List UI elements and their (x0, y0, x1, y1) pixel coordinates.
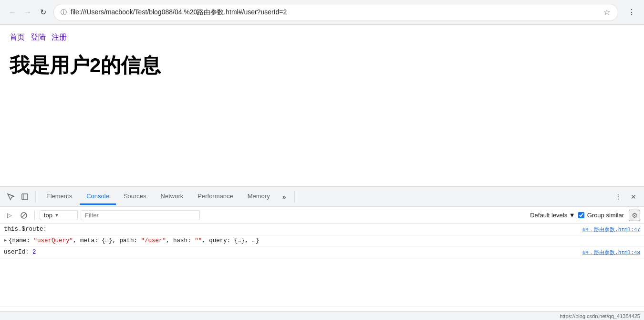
refresh-button[interactable]: ↻ (36, 6, 50, 19)
tab-performance[interactable]: Performance (191, 189, 239, 205)
browser-menu-button[interactable]: ⋮ (625, 6, 638, 19)
execute-icon[interactable]: ▷ (4, 210, 15, 221)
devtools-more-button[interactable]: ⋮ (612, 190, 625, 203)
forward-button[interactable]: → (21, 6, 34, 19)
devtools-cursor-icon[interactable] (4, 190, 17, 203)
obj-hash: , hash: (166, 237, 195, 244)
browser-toolbar: ← → ↻ ⓘ file:///Users/macbook/Test/blog0… (0, 0, 644, 25)
nav-register-link[interactable]: 注册 (52, 32, 67, 43)
console-row-3-source[interactable]: 04．路由参数.html:48 (582, 249, 640, 256)
clear-icon[interactable] (18, 210, 30, 221)
tab-memory[interactable]: Memory (241, 189, 277, 205)
page-nav: 首页 登陆 注册 (10, 32, 634, 43)
action-separator (294, 191, 295, 203)
group-similar-label: Group similar (587, 212, 624, 219)
page-content: 首页 登陆 注册 我是用户2的信息 (0, 25, 644, 186)
devtools-tabbar: Elements Console Sources Network Perform… (0, 187, 644, 207)
nav-login-link[interactable]: 登陆 (31, 32, 46, 43)
console-settings-icon[interactable]: ⚙ (629, 210, 640, 221)
obj-path-val: "/user" (141, 237, 166, 244)
devtools-actions: ⋮ ✕ (612, 190, 640, 203)
devtools-panel: Elements Console Sources Network Perform… (0, 186, 644, 320)
context-selector[interactable]: top ▼ (40, 210, 78, 220)
nav-home-link[interactable]: 首页 (10, 32, 25, 43)
tab-network[interactable]: Network (154, 189, 190, 205)
more-tabs-button[interactable]: » (278, 189, 291, 204)
console-row-1-text: this.$route: (4, 226, 579, 233)
obj-open-brace: {name: (9, 237, 34, 244)
status-url: https://blog.csdn.net/qq_41384425 (560, 313, 640, 319)
browser-actions: ⋮ (625, 6, 638, 19)
obj-meta: , meta: {…}, path: (73, 237, 141, 244)
devtools-inspect-icon[interactable] (18, 190, 31, 203)
obj-query: , query: {…}, …} (202, 237, 259, 244)
page-heading: 我是用户2的信息 (10, 52, 634, 79)
nav-buttons: ← → ↻ (6, 6, 50, 19)
tab-separator (35, 191, 36, 203)
bookmark-icon[interactable]: ☆ (602, 7, 611, 18)
address-bar[interactable]: ⓘ file:///Users/macbook/Test/blog088/04.… (53, 4, 618, 21)
console-toolbar: ▷ top ▼ Default levels ▼ Group similar ⚙ (0, 207, 644, 224)
obj-hash-val: "" (195, 237, 202, 244)
tab-elements[interactable]: Elements (40, 189, 79, 205)
tab-console[interactable]: Console (80, 189, 116, 205)
filter-input[interactable] (81, 210, 200, 220)
default-levels-dropdown[interactable]: Default levels ▼ (530, 212, 575, 219)
context-arrow: ▼ (54, 213, 59, 218)
expand-arrow-icon[interactable]: ▶ (4, 237, 7, 243)
group-similar-checkbox[interactable] (578, 212, 584, 218)
devtools-close-button[interactable]: ✕ (627, 190, 640, 203)
default-levels-label: Default levels ▼ (530, 212, 575, 219)
svg-rect-0 (22, 194, 28, 200)
url-text: file:///Users/macbook/Test/blog088/04.%2… (71, 8, 599, 17)
console-output: this.$route: 04．路由参数.html:47 ▶ {name: "u… (0, 224, 644, 306)
userid-key: userId: (4, 249, 32, 256)
console-row-1-source[interactable]: 04．路由参数.html:47 (582, 226, 640, 233)
status-bar: https://blog.csdn.net/qq_41384425 (0, 311, 644, 320)
tab-sources[interactable]: Sources (117, 189, 153, 205)
console-sep1 (34, 211, 35, 220)
console-row-2: ▶ {name: "userQuery", meta: {…}, path: "… (0, 235, 644, 247)
console-row-1: this.$route: 04．路由参数.html:47 (0, 224, 644, 235)
console-row-1-label: this.$route: (4, 226, 47, 233)
console-row-3: userId: 2 04．路由参数.html:48 (0, 247, 644, 258)
svg-line-3 (22, 213, 26, 217)
console-row-3-text: userId: 2 (4, 249, 579, 256)
console-row-2-text: {name: "userQuery", meta: {…}, path: "/u… (9, 237, 640, 244)
userid-value: 2 (32, 249, 36, 256)
back-button[interactable]: ← (6, 6, 19, 19)
context-value: top (44, 212, 52, 219)
obj-name-val: "userQuery" (34, 237, 73, 244)
lock-icon: ⓘ (61, 8, 67, 17)
